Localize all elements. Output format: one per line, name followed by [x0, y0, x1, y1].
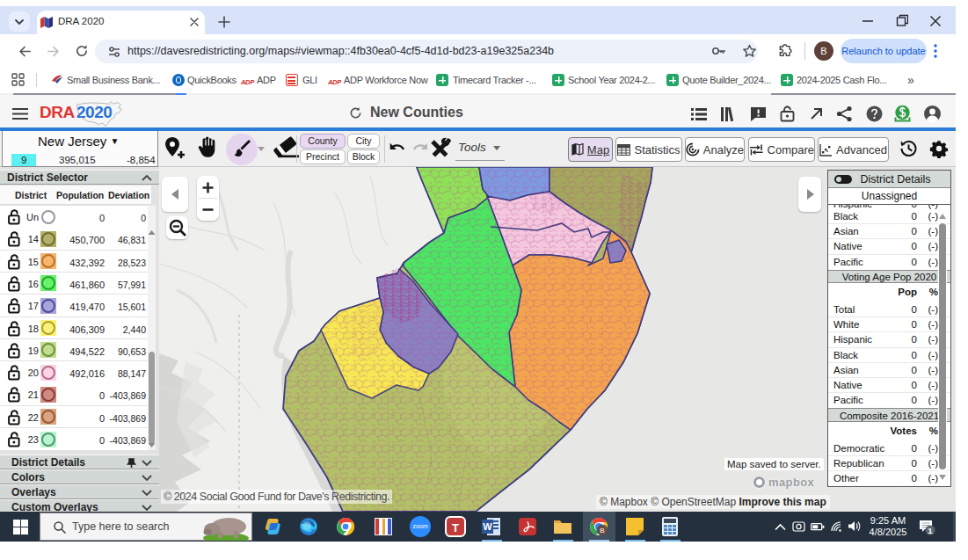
svg-text:W: W — [483, 521, 492, 532]
svg-text:1: 1 — [928, 526, 933, 535]
svg-text:B: B — [600, 527, 604, 535]
